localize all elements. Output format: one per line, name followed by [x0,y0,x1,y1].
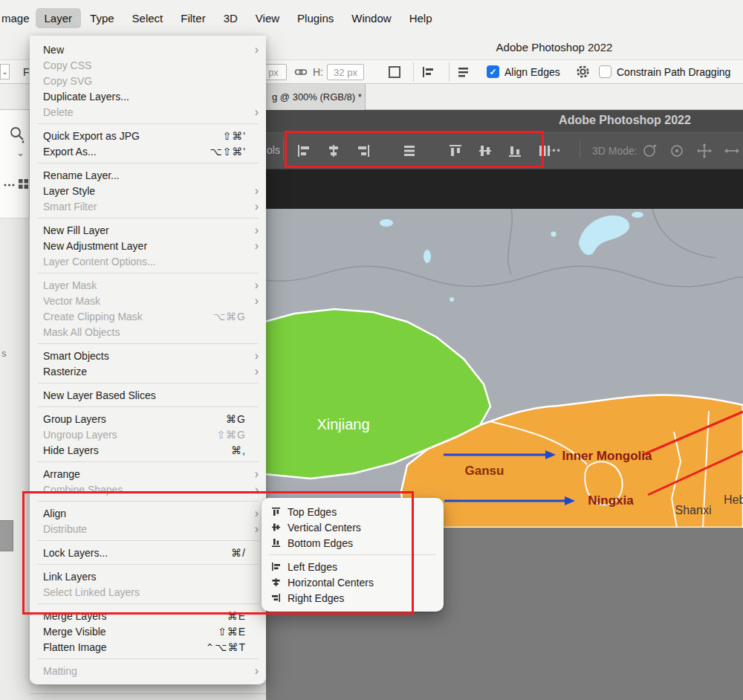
height-field[interactable]: 32 px [327,64,364,80]
menubar-item-filter[interactable]: Filter [172,8,214,28]
align-edges-label: Align Edges [504,66,560,78]
menu-item-ungroup-layers[interactable]: Ungroup Layers⇧⌘G [30,427,266,442]
menu-item-quick-export-jpg[interactable]: Quick Export as JPG⇧⌘' [30,128,266,143]
menu-item-rename-layer[interactable]: Rename Layer... [30,167,266,183]
submenu-chevron-icon: › [252,508,259,519]
menu-separator [37,501,259,502]
submenu-item-horizontal-centers[interactable]: Horizontal Centers [262,574,444,590]
menu-item-hide-layers[interactable]: Hide Layers⌘, [30,442,266,458]
menu-item-matting[interactable]: Matting› [30,663,266,678]
submenu-item-left-edges[interactable]: Left Edges [262,559,444,574]
china-map-image: Xinjiang Gansu Inner Mongolia Ningxia Sh… [266,209,743,528]
align-right-edges-button[interactable] [354,142,372,160]
menu-item-lock-layers[interactable]: Lock Layers...⌘/ [30,545,266,560]
menu-item-new-adjustment-layer[interactable]: New Adjustment Layer› [30,238,266,253]
align-edges-checkbox[interactable]: ✓ [487,65,499,78]
3d-mode-buttons [640,135,743,167]
menu-item-merge-layers[interactable]: Merge Layers⌘E [30,608,266,623]
path-arrangement-button[interactable] [456,65,471,80]
path-alignment-button[interactable] [421,65,435,80]
menu-item-export-as[interactable]: Export As...⌥⇧⌘' [30,143,266,159]
submenu-chevron-icon: › [252,201,259,213]
menu-item-link-layers[interactable]: Link Layers [30,568,266,584]
document-tab[interactable]: g @ 300% (RGB/8) * [253,84,366,110]
menu-item-merge-visible[interactable]: Merge Visible⇧⌘E [30,623,266,639]
menu-item-delete[interactable]: Delete› [30,104,266,120]
menubar-item-help[interactable]: Help [400,8,441,28]
constrain-path-dragging-checkbox[interactable] [599,65,611,78]
slide-3d-icon[interactable] [723,142,741,160]
menu-item-layer-style[interactable]: Layer Style› [30,183,266,198]
document-canvas[interactable]: Xinjiang Gansu Inner Mongolia Ningxia Sh… [266,209,743,528]
more-options-icon[interactable] [3,181,16,189]
menubar-item-view[interactable]: View [247,8,288,28]
menu-separator [37,406,259,407]
submenu-chevron-icon: › [252,366,259,377]
link-dimensions-icon[interactable] [294,65,308,79]
path-operations-button[interactable] [386,64,403,80]
panel-divider [30,693,266,694]
menu-item-vector-mask[interactable]: Vector Mask› [30,293,266,308]
right-edges-icon [270,592,282,603]
menu-separator [37,218,259,218]
panel-partial-label: s [1,348,7,359]
menu-item-distribute[interactable]: Distribute› [30,521,266,537]
menubar-item-type[interactable]: Type [81,8,123,28]
menubar-item-3d[interactable]: 3D [215,8,247,28]
submenu-chevron-icon: › [252,468,259,480]
menu-item-layer-content-options[interactable]: Layer Content Options... [30,253,266,269]
menubar-item-select[interactable]: Select [123,8,172,28]
menu-item-combine-shapes[interactable]: Combine Shapes› [30,482,266,497]
panel-edge-block [0,520,13,551]
submenu-item-bottom-edges[interactable]: Bottom Edges [262,535,444,551]
map-label-xinjiang: Xinjiang [317,416,369,432]
submenu-item-right-edges[interactable]: Right Edges [262,590,444,606]
menu-item-new[interactable]: New› [30,42,266,57]
menu-item-align[interactable]: Align› [30,505,266,521]
align-vertical-centers-button[interactable] [476,142,494,160]
zoom-tool-icon[interactable] [8,125,26,144]
menubar-item-window[interactable]: Window [343,8,400,28]
align-left-edges-button[interactable] [295,142,313,160]
gear-icon[interactable] [575,64,591,80]
top-edges-icon [270,506,282,517]
menu-item-copy-svg[interactable]: Copy SVG [30,73,266,88]
orbit-3d-icon[interactable] [640,142,658,160]
menu-item-create-clipping-mask[interactable]: Create Clipping Mask⌥⌘G [30,308,266,324]
menu-item-copy-css[interactable]: Copy CSS [30,57,266,73]
menu-item-layer-mask[interactable]: Layer Mask› [30,277,266,293]
menu-item-new-fill-layer[interactable]: New Fill Layer› [30,222,266,238]
menu-item-duplicate-layers[interactable]: Duplicate Layers... [30,88,266,104]
submenu-item-top-edges[interactable]: Top Edges [262,504,444,519]
submenu-item-vertical-centers[interactable]: Vertical Centers [262,519,444,535]
menu-item-smart-filter[interactable]: Smart Filter› [30,198,266,214]
menubar-item-image[interactable]: mage [0,8,36,28]
menubar: mage Layer Type Select Filter 3D View Pl… [0,0,743,36]
pan-3d-icon[interactable] [695,142,713,160]
menu-item-mask-all-objects[interactable]: Mask All Objects [30,324,266,340]
menubar-item-plugins[interactable]: Plugins [288,8,343,28]
tool-preset-dropdown[interactable]: ⌄ [0,64,10,80]
menu-item-arrange[interactable]: Arrange› [30,466,266,482]
roll-3d-icon[interactable] [668,142,686,160]
align-horizontal-centers-button[interactable] [325,142,343,160]
panel-chevron-icon[interactable]: ⌄ [16,147,25,158]
menu-item-smart-objects[interactable]: Smart Objects› [30,348,266,363]
align-top-edges-button[interactable] [447,142,464,160]
align-bottom-edges-button[interactable] [506,142,524,160]
menu-item-rasterize[interactable]: Rasterize› [30,363,266,379]
menu-item-select-linked-layers[interactable]: Select Linked Layers [30,584,266,600]
canvas-dark-area [266,169,743,209]
options-separator [413,62,414,82]
distribute-vertical-centers-button[interactable] [400,142,418,160]
menu-item-new-layer-based-slices[interactable]: New Layer Based Slices [30,387,266,403]
menu-item-group-layers[interactable]: Group Layers⌘G [30,411,266,427]
menubar-item-layer[interactable]: Layer [36,8,82,28]
menu-separator [37,461,259,462]
layer-menu: New› Copy CSS Copy SVG Duplicate Layers.… [30,36,266,684]
grid-view-icon[interactable] [18,178,29,189]
left-edges-icon [270,561,282,572]
submenu-chevron-icon: › [252,350,259,362]
distribute-horizontal-centers-button[interactable] [536,142,554,160]
menu-item-flatten-image[interactable]: Flatten Image⌃⌥⌘T [30,639,266,655]
